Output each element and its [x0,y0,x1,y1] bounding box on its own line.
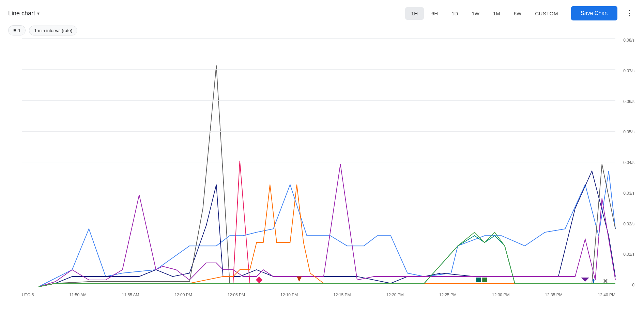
time-btn-1h[interactable]: 1H [405,7,424,20]
y-label-7: 0.01/s [623,252,634,256]
chart-plot: + ✕ [22,38,615,287]
x-label-1150: 11:50 AM [69,293,87,297]
grid-line-0 [22,38,615,39]
x-axis: UTC-5 11:50 AM 11:55 AM 12:00 PM 12:05 P… [22,287,615,297]
grid-line-7 [22,256,615,256]
y-axis: 0.08/s 0.07/s 0.06/s 0.05/s 0.04/s 0.03/… [617,38,636,287]
y-label-4: 0.04/s [623,161,634,165]
x-label-1235: 12:35 PM [545,293,562,297]
time-btn-6w[interactable]: 6W [508,7,528,20]
filter-icon: ≡ [13,28,16,33]
filter-chip-1-label: 1 [18,28,20,33]
chart-type-selector[interactable]: Line chart ▾ [8,10,401,17]
filters-row: ≡ 1 1 min interval (rate) [0,24,644,38]
chart-area: + ✕ 0.08/s 0.07/s 0.06/s 0.05/s 0.04/s 0… [8,38,636,297]
y-label-6: 0.02/s [623,222,634,226]
time-btn-6h[interactable]: 6H [425,7,444,20]
marker-diamond-pink [256,277,263,283]
x-label-1215: 12:15 PM [333,293,351,297]
time-btn-1m[interactable]: 1M [487,7,506,20]
series-dark-blue [39,171,615,287]
marker-x-gray: ✕ [603,278,608,285]
grid-line-2 [22,100,615,101]
y-label-8: 0 [632,283,634,287]
series-purple [39,164,615,287]
filter-chip-2-label: 1 min interval (rate) [34,28,72,33]
time-btn-1d[interactable]: 1D [445,7,464,20]
x-label-1210: 12:10 PM [280,293,298,297]
x-label-1240: 12:40 PM [598,293,615,297]
time-btn-custom[interactable]: CUSTOM [529,7,564,20]
y-label-1: 0.07/s [623,69,634,73]
x-label-1155: 11:55 AM [122,293,139,297]
y-label-3: 0.05/s [623,130,634,134]
x-label-1225: 12:25 PM [439,293,457,297]
marker-square-green [482,278,487,282]
grid-line-1 [22,69,615,70]
header: Line chart ▾ 1H 6H 1D 1W 1M 6W CUSTOM Sa… [0,0,644,24]
grid-line-4 [22,163,615,163]
grid-line-6 [22,225,615,225]
y-label-5: 0.03/s [623,191,634,195]
save-chart-button[interactable]: Save Chart [571,6,617,20]
grid-line-3 [22,131,615,132]
series-red [39,161,615,287]
marker-square-teal [476,278,481,282]
series-green [39,232,615,287]
filter-chip-1[interactable]: ≡ 1 [8,25,26,35]
dropdown-arrow-icon: ▾ [37,11,40,16]
y-label-0: 0.08/s [623,38,634,42]
more-options-button[interactable]: ⋮ [623,8,636,19]
x-label-1200: 12:00 PM [174,293,192,297]
marker-triangle-orange [297,277,302,282]
marker-plus-blue: + [592,277,595,285]
time-btn-1w[interactable]: 1W [465,7,486,20]
marker-triangle-purple [581,278,589,282]
x-label-1230: 12:30 PM [492,293,509,297]
x-label-utc: UTC-5 [22,293,34,297]
x-label-1205: 12:05 PM [228,293,245,297]
series-blue [39,171,615,287]
filter-chip-2[interactable]: 1 min interval (rate) [29,26,77,35]
y-label-2: 0.06/s [623,100,634,104]
time-range-buttons: 1H 6H 1D 1W 1M 6W CUSTOM [405,7,564,20]
grid-line-5 [22,194,615,194]
chart-type-label: Line chart [8,10,35,17]
x-label-1220: 12:20 PM [386,293,403,297]
